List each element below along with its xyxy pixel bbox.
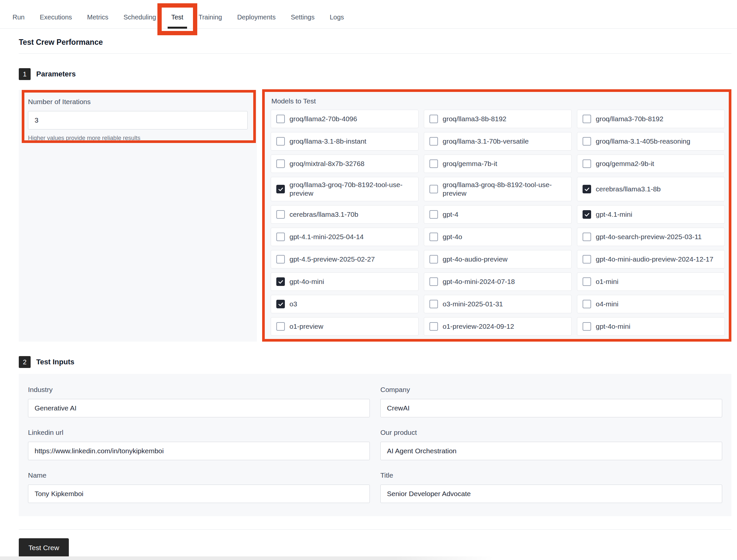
checkbox[interactable] bbox=[276, 277, 285, 286]
checkbox[interactable] bbox=[429, 115, 438, 123]
checkbox[interactable] bbox=[276, 137, 285, 146]
field-input[interactable] bbox=[28, 442, 370, 460]
model-name-label: groq/llama3-8b-8192 bbox=[442, 115, 506, 123]
iterations-input[interactable] bbox=[28, 111, 248, 129]
model-name-label: cerebras/llama3.1-8b bbox=[596, 185, 661, 193]
checkbox[interactable] bbox=[582, 210, 591, 219]
model-name-label: gpt-4o-mini-audio-preview-2024-12-17 bbox=[596, 255, 713, 264]
field-label: Industry bbox=[28, 386, 370, 394]
model-checkbox-item-o1-mini[interactable]: o1-mini bbox=[577, 272, 725, 291]
tab-executions[interactable]: Executions bbox=[32, 10, 80, 24]
model-checkbox-item-o1-preview-2024-09-12[interactable]: o1-preview-2024-09-12 bbox=[424, 317, 572, 336]
tab-test[interactable]: Test bbox=[164, 10, 191, 24]
model-checkbox-item-gpt-4o-mini-2024-07-18[interactable]: gpt-4o-mini-2024-07-18 bbox=[424, 272, 572, 291]
model-checkbox-item-groq-mixtral-8x7b-32768[interactable]: groq/mixtral-8x7b-32768 bbox=[271, 154, 418, 173]
field-input[interactable] bbox=[380, 399, 722, 417]
footer-divider bbox=[19, 529, 731, 530]
tabs: Run Executions Metrics Scheduling Test bbox=[5, 10, 352, 24]
model-checkbox-item-o1-preview[interactable]: o1-preview bbox=[271, 317, 418, 336]
checkbox[interactable] bbox=[429, 210, 438, 219]
tab-metrics[interactable]: Metrics bbox=[80, 10, 116, 24]
checkbox[interactable] bbox=[429, 277, 438, 286]
checkbox[interactable] bbox=[276, 322, 285, 331]
checkbox[interactable] bbox=[429, 233, 438, 241]
model-checkbox-item-groq-llama-3-1-8b-instant[interactable]: groq/llama-3.1-8b-instant bbox=[271, 132, 418, 151]
model-checkbox-item-gpt-4o-mini[interactable]: gpt-4o-mini bbox=[577, 317, 725, 336]
checkbox[interactable] bbox=[429, 185, 438, 193]
model-checkbox-item-gpt-4-1-mini-2025-04-14[interactable]: gpt-4.1-mini-2025-04-14 bbox=[271, 228, 418, 246]
model-checkbox-item-gpt-4o-audio-preview[interactable]: gpt-4o-audio-preview bbox=[424, 250, 572, 268]
test-inputs-grid: Industry Company Linkedin url Our produc… bbox=[28, 386, 722, 503]
field-title: Title bbox=[380, 471, 722, 503]
model-name-label: gpt-4o-mini-2024-07-18 bbox=[442, 277, 515, 286]
tab-scheduling[interactable]: Scheduling bbox=[116, 10, 164, 24]
model-name-label: gpt-4 bbox=[442, 210, 458, 219]
models-label: Models to Test bbox=[271, 97, 725, 105]
model-name-label: groq/llama-3.1-8b-instant bbox=[290, 137, 366, 146]
tab-label: Executions bbox=[40, 14, 72, 21]
checkbox[interactable] bbox=[429, 255, 438, 264]
model-checkbox-item-gpt-4o[interactable]: gpt-4o bbox=[424, 228, 572, 246]
model-name-label: gpt-4.1-mini-2025-04-14 bbox=[290, 233, 364, 241]
section-title: Test Inputs bbox=[36, 358, 74, 366]
checkbox[interactable] bbox=[276, 185, 285, 193]
model-checkbox-item-gpt-4-5-preview-2025-02-27[interactable]: gpt-4.5-preview-2025-02-27 bbox=[271, 250, 418, 268]
check-icon bbox=[278, 186, 284, 192]
model-checkbox-item-gpt-4o-mini[interactable]: gpt-4o-mini bbox=[271, 272, 418, 291]
field-input[interactable] bbox=[28, 485, 370, 503]
checkbox[interactable] bbox=[276, 159, 285, 168]
model-checkbox-item-groq-llama3-8b-8192[interactable]: groq/llama3-8b-8192 bbox=[424, 110, 572, 128]
checkbox[interactable] bbox=[429, 159, 438, 168]
model-checkbox-item-groq-gemma-7b-it[interactable]: groq/gemma-7b-it bbox=[424, 154, 572, 173]
field-input[interactable] bbox=[28, 399, 370, 417]
checkbox[interactable] bbox=[582, 233, 591, 241]
checkbox[interactable] bbox=[582, 185, 591, 193]
check-icon bbox=[278, 279, 284, 285]
tab-run[interactable]: Run bbox=[5, 10, 32, 24]
checkbox[interactable] bbox=[582, 322, 591, 331]
tab-deployments[interactable]: Deployments bbox=[230, 10, 283, 24]
model-checkbox-item-gpt-4o-search-preview-2025-03-11[interactable]: gpt-4o-search-preview-2025-03-11 bbox=[577, 228, 725, 246]
checkbox[interactable] bbox=[582, 159, 591, 168]
checkbox[interactable] bbox=[429, 300, 438, 308]
field-company: Company bbox=[380, 386, 722, 417]
tab-settings[interactable]: Settings bbox=[283, 10, 322, 24]
checkbox[interactable] bbox=[582, 255, 591, 264]
tab-label: Run bbox=[13, 14, 25, 21]
model-checkbox-item-cerebras-llama3-1-8b[interactable]: cerebras/llama3.1-8b bbox=[577, 177, 725, 201]
checkbox[interactable] bbox=[276, 115, 285, 123]
iterations-help-text: Higher values provide more reliable resu… bbox=[28, 135, 248, 142]
model-checkbox-item-o3[interactable]: o3 bbox=[271, 295, 418, 313]
model-checkbox-item-cerebras-llama3-1-70b[interactable]: cerebras/llama3.1-70b bbox=[271, 205, 418, 224]
model-checkbox-item-o4-mini[interactable]: o4-mini bbox=[577, 295, 725, 313]
checkbox[interactable] bbox=[582, 300, 591, 308]
model-checkbox-item-groq-llama-3-1-70b-versatile[interactable]: groq/llama-3.1-70b-versatile bbox=[424, 132, 572, 151]
test-crew-button[interactable]: Test Crew bbox=[19, 538, 69, 557]
field-industry: Industry bbox=[28, 386, 370, 417]
tab-logs[interactable]: Logs bbox=[322, 10, 352, 24]
checkbox[interactable] bbox=[276, 255, 285, 264]
model-checkbox-item-gpt-4o-mini-audio-preview-2024-12-17[interactable]: gpt-4o-mini-audio-preview-2024-12-17 bbox=[577, 250, 725, 268]
model-name-label: gpt-4.1-mini bbox=[596, 210, 632, 219]
checkbox[interactable] bbox=[582, 137, 591, 146]
checkbox[interactable] bbox=[276, 210, 285, 219]
model-checkbox-item-groq-llama3-70b-8192[interactable]: groq/llama3-70b-8192 bbox=[577, 110, 725, 128]
model-checkbox-item-gpt-4-1-mini[interactable]: gpt-4.1-mini bbox=[577, 205, 725, 224]
checkbox[interactable] bbox=[276, 300, 285, 308]
field-input[interactable] bbox=[380, 442, 722, 460]
field-linkedin-url: Linkedin url bbox=[28, 429, 370, 460]
checkbox[interactable] bbox=[429, 322, 438, 331]
model-checkbox-item-groq-llama3-groq-8b-8192-tool-use-preview[interactable]: groq/llama3-groq-8b-8192-tool-use-previe… bbox=[424, 177, 572, 201]
checkbox[interactable] bbox=[429, 137, 438, 146]
model-checkbox-item-groq-llama-3-1-405b-reasoning[interactable]: groq/llama-3.1-405b-reasoning bbox=[577, 132, 725, 151]
checkbox[interactable] bbox=[582, 115, 591, 123]
model-checkbox-item-gpt-4[interactable]: gpt-4 bbox=[424, 205, 572, 224]
checkbox[interactable] bbox=[276, 233, 285, 241]
model-checkbox-item-groq-gemma2-9b-it[interactable]: groq/gemma2-9b-it bbox=[577, 154, 725, 173]
checkbox[interactable] bbox=[582, 277, 591, 286]
model-checkbox-item-groq-llama3-groq-70b-8192-tool-use-preview[interactable]: groq/llama3-groq-70b-8192-tool-use-previ… bbox=[271, 177, 418, 201]
field-input[interactable] bbox=[380, 485, 722, 503]
model-checkbox-item-groq-llama2-70b-4096[interactable]: groq/llama2-70b-4096 bbox=[271, 110, 418, 128]
model-checkbox-item-o3-mini-2025-01-31[interactable]: o3-mini-2025-01-31 bbox=[424, 295, 572, 313]
model-name-label: groq/gemma2-9b-it bbox=[596, 159, 654, 168]
